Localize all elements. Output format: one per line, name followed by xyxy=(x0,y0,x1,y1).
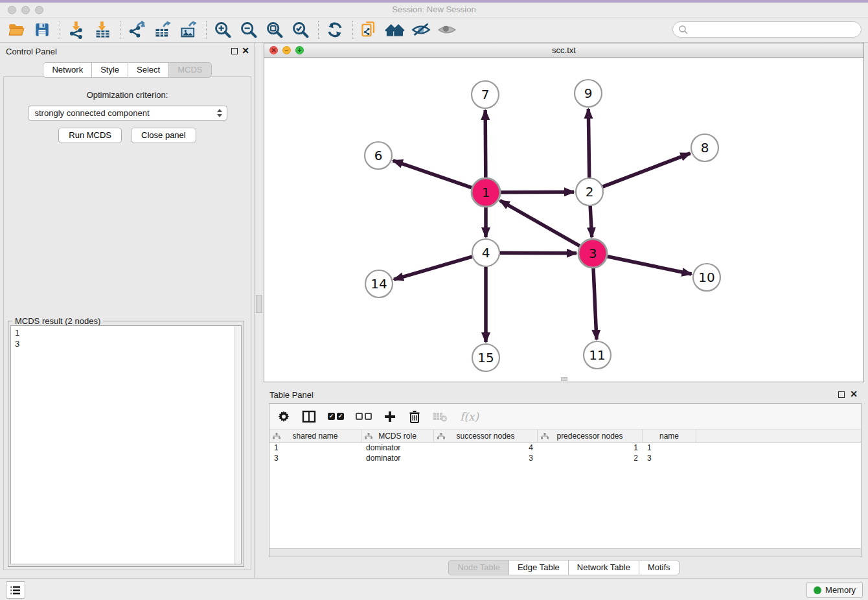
tab-motifs[interactable]: Motifs xyxy=(639,560,680,575)
table-cell[interactable]: 2 xyxy=(538,453,643,463)
graph-node-2[interactable]: 2 xyxy=(576,178,603,205)
tab-network[interactable]: Network xyxy=(43,62,92,78)
mcds-result-text[interactable]: 13 xyxy=(10,325,242,564)
hide-selected-eye-icon[interactable] xyxy=(410,20,432,40)
zoom-window-button[interactable] xyxy=(35,6,43,14)
toolbar-separator xyxy=(120,21,120,39)
task-history-button[interactable] xyxy=(6,581,25,599)
zoom-out-icon[interactable] xyxy=(238,20,260,40)
search-field[interactable] xyxy=(672,21,862,38)
export-image-icon[interactable] xyxy=(177,20,200,40)
table-cell[interactable]: 4 xyxy=(434,443,538,453)
close-panel-icon[interactable]: ✕ xyxy=(242,45,249,56)
graph-node-1[interactable]: 1 xyxy=(472,178,500,207)
table-cell[interactable]: dominator xyxy=(361,443,434,453)
home-pair-icon[interactable] xyxy=(384,20,406,40)
graph-node-7[interactable]: 7 xyxy=(472,81,499,108)
show-all-eye-icon[interactable] xyxy=(436,20,458,40)
table-cell[interactable]: 3 xyxy=(269,453,361,463)
table-cell[interactable]: dominator xyxy=(361,453,434,463)
close-panel-button[interactable]: Close panel xyxy=(131,128,196,143)
zoom-fit-icon[interactable] xyxy=(264,20,286,40)
table-settings-gear-icon[interactable] xyxy=(277,410,290,423)
zoom-selected-icon[interactable] xyxy=(290,20,312,40)
network-close-button[interactable]: ✕ xyxy=(269,46,278,54)
close-window-button[interactable] xyxy=(8,6,16,14)
edge-4-3[interactable] xyxy=(500,253,577,253)
toggle-column-view-icon[interactable] xyxy=(302,410,316,423)
column-header-shared-name[interactable]: shared name xyxy=(269,430,361,442)
tab-style[interactable]: Style xyxy=(91,62,128,78)
graph-node-10[interactable]: 10 xyxy=(693,264,720,291)
column-header-successor-nodes[interactable]: successor nodes xyxy=(434,430,538,442)
edge-1-2[interactable] xyxy=(501,192,574,192)
graph-node-14[interactable]: 14 xyxy=(365,270,393,297)
tab-network-table[interactable]: Network Table xyxy=(568,560,639,575)
table-cell[interactable]: 1 xyxy=(269,443,361,453)
close-table-panel-icon[interactable]: ✕ xyxy=(850,389,858,399)
delete-column-trash-icon[interactable] xyxy=(408,410,421,424)
tab-edge-table[interactable]: Edge Table xyxy=(508,560,569,575)
edge-4-14[interactable] xyxy=(394,257,472,279)
table-row[interactable]: 3dominator323 xyxy=(269,453,861,463)
save-session-icon[interactable] xyxy=(31,20,53,40)
network-graph[interactable]: 7968124314101511 xyxy=(264,58,863,382)
edge-1-7[interactable] xyxy=(485,110,486,178)
table-cell[interactable]: 1 xyxy=(538,443,643,453)
column-header-name[interactable]: name xyxy=(643,430,696,442)
table-row[interactable]: 1dominator411 xyxy=(269,443,861,453)
import-network-icon[interactable] xyxy=(65,20,87,40)
graph-node-3[interactable]: 3 xyxy=(578,239,607,268)
run-mcds-button[interactable]: Run MCDS xyxy=(58,128,122,143)
export-table-icon[interactable] xyxy=(152,20,174,40)
result-scrollbar[interactable] xyxy=(234,326,241,564)
refresh-icon[interactable] xyxy=(324,20,346,40)
network-canvas[interactable]: 7968124314101511 xyxy=(264,58,863,382)
graph-node-6[interactable]: 6 xyxy=(365,142,392,169)
graph-node-8[interactable]: 8 xyxy=(691,134,718,161)
edge-3-1[interactable] xyxy=(500,200,580,246)
clone-network-icon[interactable] xyxy=(358,20,380,40)
tab-node-table[interactable]: Node Table xyxy=(448,560,509,575)
graph-node-9[interactable]: 9 xyxy=(575,80,602,107)
edge-2-3[interactable] xyxy=(590,206,592,237)
table-panel: Table Panel ✕ ✓✓ xyxy=(264,386,864,578)
table-cell[interactable]: 3 xyxy=(643,453,696,463)
mcds-result-title: MCDS result (2 nodes) xyxy=(12,316,103,326)
deselect-all-columns-icon[interactable] xyxy=(356,413,372,420)
column-header-MCDS-role[interactable]: MCDS role xyxy=(361,430,434,442)
add-column-icon[interactable] xyxy=(383,410,396,423)
tab-select[interactable]: Select xyxy=(128,62,169,78)
table-horizontal-scrollbar[interactable] xyxy=(269,548,861,557)
memory-button[interactable]: Memory xyxy=(806,582,863,598)
graph-node-15[interactable]: 15 xyxy=(472,344,499,371)
graph-node-4[interactable]: 4 xyxy=(472,239,499,266)
select-all-columns-icon[interactable]: ✓✓ xyxy=(328,413,344,420)
minimize-window-button[interactable] xyxy=(21,6,30,14)
table-cell[interactable]: 3 xyxy=(434,453,538,463)
open-session-icon[interactable] xyxy=(5,20,27,40)
criterion-select[interactable]: strongly connected component xyxy=(28,106,227,121)
float-table-panel-icon[interactable] xyxy=(838,391,845,398)
network-window-titlebar[interactable]: ✕ − + scc.txt xyxy=(264,43,863,58)
table-cell[interactable]: 1 xyxy=(643,443,696,453)
edge-1-6[interactable] xyxy=(393,161,472,188)
edge-2-9[interactable] xyxy=(588,109,589,178)
float-panel-icon[interactable] xyxy=(231,48,238,54)
edge-3-11[interactable] xyxy=(593,268,597,340)
split-pane-grip[interactable] xyxy=(256,295,262,313)
import-table-icon[interactable] xyxy=(91,20,113,40)
graph-node-11[interactable]: 11 xyxy=(584,341,611,369)
column-header-predecessor-nodes[interactable]: predecessor nodes xyxy=(538,430,643,442)
network-minimize-button[interactable]: − xyxy=(282,46,291,54)
zoom-in-icon[interactable] xyxy=(212,20,234,40)
function-builder-icon[interactable]: f(x) xyxy=(460,410,479,423)
canvas-resize-grip[interactable] xyxy=(561,377,567,381)
network-maximize-button[interactable]: + xyxy=(295,46,304,54)
edge-3-10[interactable] xyxy=(608,257,692,274)
tab-mcds[interactable]: MCDS xyxy=(168,62,211,78)
edge-2-8[interactable] xyxy=(603,154,691,187)
delete-table-icon[interactable] xyxy=(433,411,448,422)
export-network-icon[interactable] xyxy=(126,20,148,40)
node-label: 7 xyxy=(481,87,490,102)
